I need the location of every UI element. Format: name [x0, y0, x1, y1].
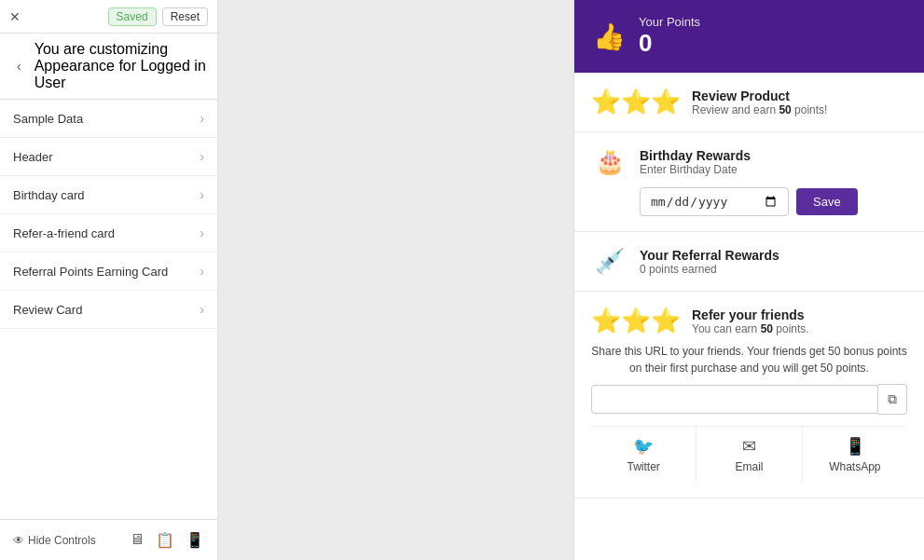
- referral-rewards-header: 💉 Your Referral Rewards 0 points earned: [591, 247, 907, 276]
- customizing-section: ‹ You are customizing Appearance for Log…: [0, 34, 217, 100]
- chevron-icon: ›: [200, 302, 204, 317]
- birthday-icon: 🎂: [591, 147, 628, 176]
- you-are-label: You are customizing: [34, 41, 208, 58]
- review-product-title: Review Product: [692, 89, 827, 103]
- referral-rewards-sub: 0 points earned: [640, 263, 779, 276]
- email-label: Email: [735, 460, 763, 473]
- nav-item-birthday-card[interactable]: Birthday card ›: [0, 176, 217, 214]
- refer-friends-info: Refer your friends You can earn 50 point…: [692, 307, 809, 335]
- referral-rewards-card: 💉 Your Referral Rewards 0 points earned: [574, 232, 924, 292]
- points-icon: 👍: [593, 21, 626, 52]
- refer-friends-card: ⭐⭐⭐ Refer your friends You can earn 50 p…: [574, 292, 924, 499]
- twitter-share-button[interactable]: 🐦 Twitter: [591, 427, 696, 483]
- review-sub1: Review and earn: [692, 103, 779, 116]
- birthday-sub: Enter Birthday Date: [640, 163, 751, 176]
- nav-item-sample-data[interactable]: Sample Data ›: [0, 100, 217, 138]
- customizing-text: You are customizing Appearance for Logge…: [34, 41, 208, 91]
- share-url-row: ⧉: [591, 384, 907, 415]
- review-product-sub: Review and earn 50 points!: [692, 103, 827, 116]
- birthday-card: 🎂 Birthday Rewards Enter Birthday Date S…: [574, 132, 924, 232]
- referral-rewards-icon: 💉: [591, 247, 628, 276]
- review-product-icon: ⭐⭐⭐: [591, 88, 681, 116]
- left-panel: ✕ Saved Reset ‹ You are customizing Appe…: [0, 0, 218, 560]
- nav-item-refer-friend[interactable]: Refer-a-friend card ›: [0, 214, 217, 253]
- copy-url-button[interactable]: ⧉: [878, 384, 907, 415]
- review-product-header: ⭐⭐⭐ Review Product Review and earn 50 po…: [591, 88, 907, 116]
- nav-item-referral-points[interactable]: Referral Points Earning Card ›: [0, 253, 217, 291]
- refer-sub1: You can earn: [692, 322, 761, 335]
- refer-friends-sub: You can earn 50 points.: [692, 322, 809, 335]
- close-button[interactable]: ✕: [9, 9, 21, 24]
- nav-item-header[interactable]: Header ›: [0, 138, 217, 176]
- refer-points: 50: [761, 322, 773, 335]
- nav-label: Birthday card: [13, 188, 85, 202]
- chevron-icon: ›: [200, 149, 204, 164]
- nav-item-review-card[interactable]: Review Card ›: [0, 291, 217, 329]
- review-sub2: points!: [792, 103, 828, 116]
- refer-friends-title: Refer your friends: [692, 307, 809, 322]
- bottom-bar: 👁 Hide Controls 🖥 📋 📱: [0, 519, 217, 560]
- back-button[interactable]: ‹: [9, 59, 29, 74]
- birthday-save-button[interactable]: Save: [796, 188, 858, 215]
- reset-button[interactable]: Reset: [162, 7, 208, 26]
- birthday-date-input[interactable]: [640, 187, 789, 216]
- birthday-title: Birthday Rewards: [640, 148, 751, 163]
- referral-rewards-info: Your Referral Rewards 0 points earned: [640, 248, 779, 276]
- social-row: 🐦 Twitter ✉ Email 📱 WhatsApp: [591, 426, 907, 483]
- center-area: [218, 0, 573, 560]
- right-panel: 👍 Your Points 0 ⭐⭐⭐ Review Product Revie…: [573, 0, 924, 560]
- birthday-info: Birthday Rewards Enter Birthday Date: [640, 148, 751, 176]
- refer-sub2: points.: [773, 322, 809, 335]
- email-icon: ✉: [742, 436, 756, 457]
- points-value: 0: [639, 29, 700, 58]
- tablet-icon[interactable]: 📋: [156, 531, 174, 549]
- eye-icon: 👁: [13, 534, 24, 547]
- chevron-icon: ›: [200, 264, 204, 279]
- points-info: Your Points 0: [639, 15, 700, 58]
- share-text: Share this URL to your friends. Your fri…: [591, 343, 907, 376]
- nav-label: Sample Data: [13, 112, 83, 126]
- review-product-info: Review Product Review and earn 50 points…: [692, 89, 827, 116]
- chevron-icon: ›: [200, 111, 204, 126]
- review-points: 50: [779, 103, 791, 116]
- refer-friends-header: ⭐⭐⭐ Refer your friends You can earn 50 p…: [591, 307, 907, 335]
- email-share-button[interactable]: ✉ Email: [696, 427, 802, 483]
- whatsapp-icon: 📱: [845, 436, 865, 457]
- twitter-icon: 🐦: [633, 436, 654, 457]
- share-url-input[interactable]: [591, 385, 878, 414]
- whatsapp-share-button[interactable]: 📱 WhatsApp: [803, 427, 907, 483]
- chevron-icon: ›: [200, 225, 204, 240]
- appearance-label: Appearance for Logged in User: [34, 58, 208, 91]
- hide-controls-label: Hide Controls: [28, 534, 96, 547]
- nav-label: Review Card: [13, 303, 82, 317]
- desktop-icon[interactable]: 🖥: [130, 531, 145, 549]
- twitter-label: Twitter: [627, 460, 659, 473]
- mobile-icon[interactable]: 📱: [186, 531, 204, 549]
- points-header: 👍 Your Points 0: [574, 0, 924, 73]
- birthday-input-row: Save: [591, 187, 907, 216]
- nav-label: Header: [13, 150, 53, 164]
- nav-label: Referral Points Earning Card: [13, 265, 168, 279]
- review-product-card: ⭐⭐⭐ Review Product Review and earn 50 po…: [574, 73, 924, 132]
- saved-badge: Saved: [108, 7, 157, 26]
- nav-label: Refer-a-friend card: [13, 226, 115, 240]
- hide-controls-toggle[interactable]: 👁 Hide Controls: [13, 534, 96, 547]
- referral-rewards-title: Your Referral Rewards: [640, 248, 779, 263]
- top-bar: ✕ Saved Reset: [0, 0, 217, 34]
- top-bar-actions: Saved Reset: [108, 7, 208, 26]
- whatsapp-label: WhatsApp: [829, 460, 880, 473]
- birthday-header: 🎂 Birthday Rewards Enter Birthday Date: [591, 147, 907, 176]
- refer-friends-icon: ⭐⭐⭐: [591, 307, 681, 335]
- nav-items: Sample Data › Header › Birthday card › R…: [0, 100, 217, 519]
- chevron-icon: ›: [200, 187, 204, 202]
- points-label: Your Points: [639, 15, 700, 29]
